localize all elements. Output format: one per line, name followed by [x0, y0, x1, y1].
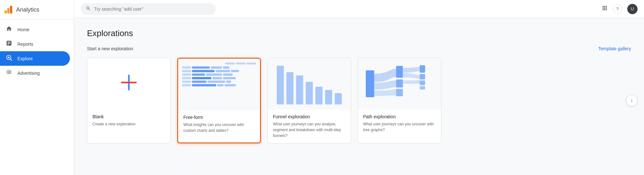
card-path-preview — [358, 58, 441, 110]
card-blank-footer: Blank Create a new exploration — [87, 110, 170, 131]
ff-row-4 — [182, 77, 256, 79]
card-blank-title: Blank — [92, 114, 165, 119]
ff-row-2 — [182, 70, 256, 72]
topbar: ? U — [74, 0, 644, 18]
sidebar-app-title: Analytics — [16, 6, 39, 13]
svg-rect-10 — [366, 70, 374, 97]
section-label: Start a new exploration — [87, 46, 133, 51]
funnel-bar-3 — [296, 75, 303, 104]
svg-point-4 — [8, 57, 10, 58]
card-funnel-title: Funnel exploration — [273, 114, 346, 119]
card-freeform-title: Free-form — [183, 115, 255, 120]
next-button[interactable]: › — [626, 95, 638, 106]
reports-icon — [5, 40, 13, 48]
card-funnel-desc: What user journeys can you analyse, segm… — [273, 121, 346, 139]
card-path[interactable]: Path exploration What user journeys can … — [358, 58, 441, 143]
ff-row-6 — [182, 84, 256, 86]
sidebar-label-advertising: Advertising — [17, 71, 40, 76]
help-icon[interactable]: ? — [613, 5, 622, 14]
svg-rect-11 — [396, 66, 403, 78]
svg-rect-15 — [420, 74, 425, 80]
grid-icon[interactable] — [601, 5, 608, 13]
section-header: Start a new exploration Template gallery — [87, 46, 631, 51]
sidebar-item-explore[interactable]: Explore — [0, 51, 70, 66]
template-gallery-link[interactable]: Template gallery — [598, 46, 631, 51]
sidebar-nav: Home Reports Explore Advertising — [0, 20, 74, 83]
card-funnel[interactable]: Funnel exploration What user journeys ca… — [267, 58, 351, 143]
search-icon — [86, 6, 91, 12]
sidebar-item-advertising[interactable]: Advertising — [0, 66, 70, 80]
sidebar-label-reports: Reports — [17, 42, 33, 47]
ff-row-5 — [182, 81, 256, 83]
freeform-viz — [178, 59, 260, 110]
card-freeform-desc: What insights can you uncover with custo… — [183, 122, 255, 133]
sidebar-label-home: Home — [17, 27, 29, 32]
card-path-footer: Path exploration What user journeys can … — [358, 110, 441, 137]
sidebar-item-reports[interactable]: Reports — [0, 37, 70, 51]
card-freeform[interactable]: Free-form What insights can you uncover … — [177, 58, 261, 143]
svg-rect-12 — [396, 79, 403, 87]
search-input[interactable] — [94, 6, 211, 12]
svg-rect-0 — [5, 10, 7, 14]
ff-header — [182, 63, 256, 64]
sidebar-logo: Analytics — [0, 0, 74, 20]
svg-rect-14 — [420, 65, 425, 73]
card-blank[interactable]: Blank Create a new exploration — [87, 58, 171, 143]
svg-rect-2 — [10, 6, 12, 14]
content-area: Explorations Start a new exploration Tem… — [74, 18, 644, 175]
card-freeform-footer: Free-form What insights can you uncover … — [178, 110, 260, 138]
card-funnel-preview — [268, 58, 351, 110]
card-blank-preview — [87, 58, 170, 110]
home-icon — [5, 25, 13, 34]
cards-row: Blank Create a new exploration — [87, 58, 631, 143]
funnel-bar-5 — [315, 87, 322, 104]
funnel-bar-1 — [277, 66, 284, 104]
topbar-right: ? U — [601, 4, 638, 14]
path-viz — [358, 58, 441, 110]
path-svg — [362, 62, 437, 106]
card-path-title: Path exploration — [363, 114, 436, 119]
ff-row-1 — [182, 66, 256, 69]
funnel-bar-4 — [306, 82, 313, 104]
funnel-viz — [268, 58, 351, 110]
card-path-desc: What user journeys can you uncover with … — [363, 121, 436, 133]
search-bar[interactable] — [81, 3, 216, 15]
svg-rect-17 — [420, 86, 425, 89]
card-blank-desc: Create a new exploration — [92, 121, 165, 127]
avatar[interactable]: U — [627, 4, 638, 14]
funnel-bar-6 — [325, 90, 332, 104]
advertising-icon — [5, 69, 13, 77]
sidebar-label-explore: Explore — [17, 56, 33, 61]
funnel-bar-2 — [286, 72, 293, 104]
svg-rect-1 — [7, 8, 10, 14]
card-freeform-preview — [178, 59, 260, 110]
page-title: Explorations — [87, 28, 631, 38]
svg-rect-13 — [396, 89, 403, 96]
plus-icon — [120, 73, 138, 94]
svg-rect-16 — [420, 81, 425, 85]
explore-icon — [5, 54, 13, 63]
funnel-bar-7 — [335, 93, 342, 104]
ff-row-3 — [182, 73, 256, 76]
sidebar-item-home[interactable]: Home — [0, 22, 70, 37]
svg-line-5 — [10, 59, 12, 61]
sidebar: Analytics Home Reports Explore Advertisi… — [0, 0, 74, 175]
analytics-logo-icon — [4, 5, 13, 14]
card-funnel-footer: Funnel exploration What user journeys ca… — [268, 110, 351, 143]
main-content: ? U Explorations Start a new exploration… — [74, 0, 644, 175]
